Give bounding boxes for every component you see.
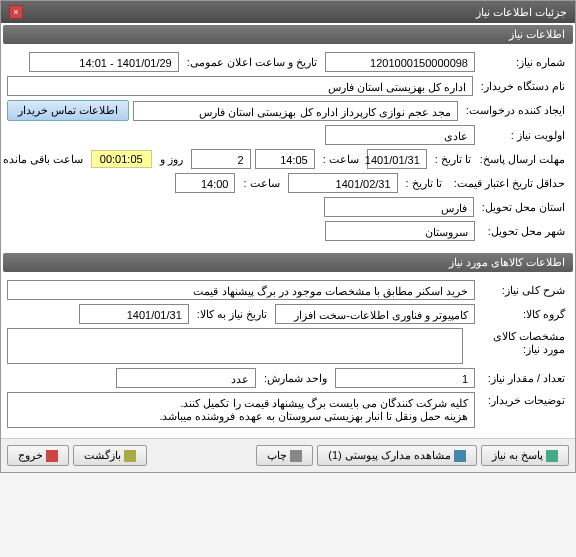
respond-button[interactable]: پاسخ به نیاز bbox=[481, 445, 569, 466]
window-title: جزئیات اطلاعات نیاز bbox=[476, 6, 567, 19]
attachments-button[interactable]: مشاهده مدارک پیوستی (1) bbox=[317, 445, 477, 466]
attachment-icon bbox=[454, 450, 466, 462]
exit-icon bbox=[46, 450, 58, 462]
province-label: استان محل تحویل: bbox=[478, 199, 569, 216]
form-goods-info: شرح کلی نیاز: خرید اسکنر مطابق با مشخصات… bbox=[1, 274, 575, 438]
priority-value: عادی bbox=[325, 125, 475, 145]
row-spec: مشخصات کالای مورد نیاز: bbox=[7, 328, 569, 364]
notes-value: کلیه شرکت کنندگان می بایست برگ پیشنهاد ق… bbox=[7, 392, 475, 428]
desc-label: شرح کلی نیاز: bbox=[479, 282, 569, 299]
requester-value: مجد عجم نوازی کارپرداز اداره کل بهزیستی … bbox=[133, 101, 458, 121]
row-desc: شرح کلی نیاز: خرید اسکنر مطابق با مشخصات… bbox=[7, 280, 569, 300]
spec-label: مشخصات کالای مورد نیاز: bbox=[467, 328, 569, 358]
time-label-1: ساعت : bbox=[319, 151, 363, 168]
row-requester: ایجاد کننده درخواست: مجد عجم نوازی کارپر… bbox=[7, 100, 569, 121]
buyer-value: اداره کل بهزیستی استان فارس bbox=[7, 76, 473, 96]
time-label-2: ساعت : bbox=[239, 175, 283, 192]
requester-label: ایجاد کننده درخواست: bbox=[462, 102, 569, 119]
row-group: گروه کالا: کامپیوتر و فناوری اطلاعات-سخت… bbox=[7, 304, 569, 324]
deadline-time: 14:05 bbox=[255, 149, 315, 169]
footer: پاسخ به نیاز مشاهده مدارک پیوستی (1) چاپ… bbox=[1, 438, 575, 472]
desc-value: خرید اسکنر مطابق با مشخصات موجود در برگ … bbox=[7, 280, 475, 300]
days-remaining: 2 bbox=[191, 149, 251, 169]
window: جزئیات اطلاعات نیاز × اطلاعات نیاز شماره… bbox=[0, 0, 576, 473]
titlebar: جزئیات اطلاعات نیاز × bbox=[1, 1, 575, 23]
section-goods-info: اطلاعات کالاهای مورد نیاز bbox=[3, 253, 573, 272]
need-date-value: 1401/01/31 bbox=[79, 304, 189, 324]
row-qty: تعداد / مقدار نیاز: 1 واحد شمارش: عدد bbox=[7, 368, 569, 388]
qty-value: 1 bbox=[335, 368, 475, 388]
qty-label: تعداد / مقدار نیاز: bbox=[479, 370, 569, 387]
close-icon[interactable]: × bbox=[9, 5, 23, 19]
days-and-label: روز و bbox=[156, 151, 187, 168]
print-label: چاپ bbox=[267, 449, 287, 461]
row-province: استان محل تحویل: فارس bbox=[7, 197, 569, 217]
notes-label: توضیحات خریدار: bbox=[479, 392, 569, 409]
row-min-valid: حداقل تاریخ اعتبار قیمت: تا تاریخ : 1401… bbox=[7, 173, 569, 193]
exit-label: خروج bbox=[18, 449, 43, 461]
reply-icon bbox=[546, 450, 558, 462]
to-date-label-2: تا تاریخ : bbox=[402, 175, 446, 192]
back-icon bbox=[124, 450, 136, 462]
group-value: کامپیوتر و فناوری اطلاعات-سخت افزار bbox=[275, 304, 475, 324]
need-date-label: تاریخ نیاز به کالا: bbox=[193, 306, 271, 323]
to-date-label: تا تاریخ : bbox=[431, 151, 475, 168]
exit-button[interactable]: خروج bbox=[7, 445, 69, 466]
back-label: بازگشت bbox=[84, 449, 121, 461]
time-remaining: 00:01:05 bbox=[91, 150, 152, 168]
min-valid-time: 14:00 bbox=[175, 173, 235, 193]
group-label: گروه کالا: bbox=[479, 306, 569, 323]
city-label: شهر محل تحویل: bbox=[479, 223, 569, 240]
respond-label: پاسخ به نیاز bbox=[492, 449, 543, 461]
row-city: شهر محل تحویل: سروستان bbox=[7, 221, 569, 241]
announce-value: 1401/01/29 - 14:01 bbox=[29, 52, 179, 72]
print-button[interactable]: چاپ bbox=[256, 445, 313, 466]
announce-label: تاریخ و ساعت اعلان عمومی: bbox=[183, 54, 321, 71]
priority-label: اولویت نیاز : bbox=[479, 127, 569, 144]
contact-buyer-button[interactable]: اطلاعات تماس خریدار bbox=[7, 100, 129, 121]
row-buyer: نام دستگاه خریدار: اداره کل بهزیستی استا… bbox=[7, 76, 569, 96]
spec-value bbox=[7, 328, 463, 364]
need-no-label: شماره نیاز: bbox=[479, 54, 569, 71]
unit-value: عدد bbox=[116, 368, 256, 388]
min-valid-date: 1401/02/31 bbox=[288, 173, 398, 193]
remaining-label: ساعت باقی مانده bbox=[0, 151, 87, 168]
row-notes: توضیحات خریدار: کلیه شرکت کنندگان می بای… bbox=[7, 392, 569, 428]
row-priority: اولویت نیاز : عادی bbox=[7, 125, 569, 145]
form-need-info: شماره نیاز: 1201000150000098 تاریخ و ساع… bbox=[1, 46, 575, 251]
unit-label: واحد شمارش: bbox=[260, 370, 331, 387]
city-value: سروستان bbox=[325, 221, 475, 241]
deadline-label: مهلت ارسال پاسخ: bbox=[479, 151, 569, 168]
need-no-value: 1201000150000098 bbox=[325, 52, 475, 72]
row-deadline: مهلت ارسال پاسخ: تا تاریخ : 1401/01/31 س… bbox=[7, 149, 569, 169]
section-need-info: اطلاعات نیاز bbox=[3, 25, 573, 44]
attachments-label: مشاهده مدارک پیوستی (1) bbox=[328, 449, 451, 461]
footer-left: بازگشت خروج bbox=[7, 445, 147, 466]
row-need-no: شماره نیاز: 1201000150000098 تاریخ و ساع… bbox=[7, 52, 569, 72]
buyer-label: نام دستگاه خریدار: bbox=[477, 78, 569, 95]
footer-right: پاسخ به نیاز مشاهده مدارک پیوستی (1) چاپ bbox=[256, 445, 569, 466]
min-valid-label: حداقل تاریخ اعتبار قیمت: bbox=[450, 175, 569, 192]
province-value: فارس bbox=[324, 197, 474, 217]
print-icon bbox=[290, 450, 302, 462]
back-button[interactable]: بازگشت bbox=[73, 445, 147, 466]
deadline-date: 1401/01/31 bbox=[367, 149, 427, 169]
